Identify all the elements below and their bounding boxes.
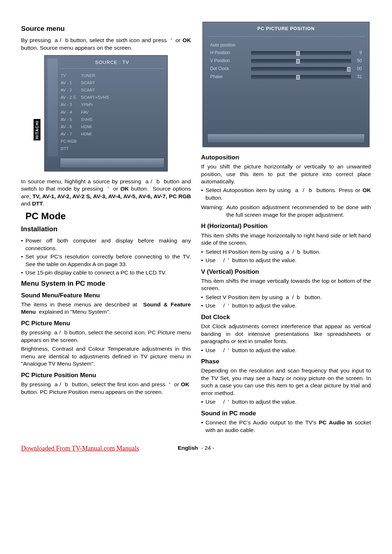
bullet-item: •Select H Position item by using a / b b…: [201, 248, 371, 256]
source-row: PC RGB: [61, 138, 113, 145]
footer-page-number: - 24 -: [201, 445, 214, 451]
source-row: AV - 5SVHS: [61, 116, 113, 123]
source-row: AV - 1SCART: [61, 80, 113, 86]
slider-bar: [251, 59, 351, 63]
osd-row-autoposition: Auto position: [210, 42, 362, 48]
heading-pc-picture-position: PC Picture Position Menu: [21, 371, 191, 379]
bullet-item: •Select V Position item by using a / b b…: [201, 294, 371, 301]
heading-h-position: H (Horizontal) Position: [201, 222, 371, 230]
para-sound-feature: The items in these menus are described a…: [21, 301, 191, 316]
osd-row-hposition: H Position 9: [210, 50, 362, 56]
source-row: TVTUNER: [61, 72, 113, 79]
source-row: AV - 2SCART: [61, 87, 113, 93]
heading-installation: Installation: [21, 224, 191, 233]
para-v-position: This item shifts the image vertically to…: [201, 277, 371, 292]
bullet-item: •Use 15-pin display cable to connect a P…: [21, 269, 191, 276]
osd-row-vposition: V Position 50: [210, 58, 362, 64]
slider-bar: [251, 51, 351, 55]
para-pc-picture-position: By pressing a / b button, select the fir…: [21, 381, 191, 396]
two-column-layout: Source menu By pressing a / b button, se…: [21, 22, 371, 435]
slider-bar: [251, 67, 351, 71]
heading-source-menu: Source menu: [21, 24, 191, 33]
para-source-options: In source menu, highlight a source by pr…: [21, 178, 191, 208]
osd-row-phase: Phase 31: [210, 74, 362, 80]
source-row: AV - 2 SSCART+SVHS: [61, 94, 113, 101]
warning-note: Warning: Auto position adjustment recomm…: [201, 204, 371, 219]
source-row: AV - 6HDMI: [61, 123, 113, 130]
para-h-position: This item shifts the image horizontally …: [201, 232, 371, 247]
source-row: AV - 4FAV: [61, 109, 113, 115]
osd-title: PC PICTURE POSITION: [207, 26, 365, 32]
footer-language: English: [178, 445, 198, 451]
left-column: Source menu By pressing a / b button, se…: [21, 22, 191, 435]
source-row: AV - 7HDMI: [61, 131, 113, 138]
heading-v-position: V (Vertical) Position: [201, 268, 371, 276]
osd-footer-bar: [60, 158, 164, 168]
heading-pc-mode: PC Mode: [25, 210, 191, 222]
bullet-item: •Power off both computer and display bef…: [21, 237, 191, 252]
para-dot-clock: Dot Clock adjustments correct interferen…: [201, 323, 371, 345]
right-column: PC PICTURE POSITION Auto position H Posi…: [201, 22, 371, 435]
para-phase: Depending on the resolution and scan fre…: [201, 367, 371, 397]
brand-logo: HITACHI: [34, 119, 41, 140]
para-autoposition: If you shift the picture horizontally or…: [201, 163, 371, 185]
slider-bar: [251, 75, 351, 79]
heading-autoposition: Autoposition: [201, 154, 371, 162]
osd-footer-bar: [207, 134, 365, 143]
bullet-item: •Use / ' button to adjust the value.: [201, 257, 371, 264]
para-pc-picture-1: By pressing a / b button, select the sec…: [21, 329, 191, 344]
para-pc-picture-2: Brightness, Contrast and Colour Temperat…: [21, 345, 191, 367]
heading-phase: Phase: [201, 358, 371, 366]
osd-pc-position-window: PC PICTURE POSITION Auto position H Posi…: [203, 22, 369, 147]
osd-title: SOURCE : TV: [60, 59, 164, 65]
bullet-item: •Select Autoposition item by using a / b…: [201, 187, 371, 201]
bullet-item: •Use / ' button to adjust the value.: [201, 302, 371, 309]
source-row: DTT: [61, 146, 113, 152]
bullet-item: •Connect the PC's Audio output to the TV…: [201, 419, 371, 434]
osd-source-window: HITACHI SOURCE : TV TVTUNER AV - 1SCART …: [44, 55, 168, 171]
download-source-link[interactable]: Downloaded From TV-Manual.com Manuals: [21, 444, 139, 453]
heading-sound-pc: Sound in PC mode: [201, 410, 371, 417]
source-row: AV - 3YPbPr: [61, 102, 113, 108]
bullet-item: •Use / ' button to adjust the value.: [201, 398, 371, 406]
osd-row-dotclock: Dot Clock 00: [210, 66, 362, 72]
heading-menu-system-pc: Menu System in PC mode: [21, 279, 191, 288]
page-footer: Downloaded From TV-Manual.com Manuals En…: [21, 444, 371, 452]
para-source-intro: By pressing a / b button, select the six…: [21, 37, 191, 52]
heading-dot-clock: Dot Clock: [201, 313, 371, 321]
bullet-item: •Set your PC's resolution correctly befo…: [21, 253, 191, 268]
heading-pc-picture-menu: PC Picture Menu: [21, 319, 191, 327]
bullet-item: •Use / ' button to adjust the value.: [201, 347, 371, 354]
heading-sound-feature: Sound Menu/Feature Menu: [21, 292, 191, 300]
osd-source-list: TVTUNER AV - 1SCART AV - 2SCART AV - 2 S…: [60, 72, 113, 153]
